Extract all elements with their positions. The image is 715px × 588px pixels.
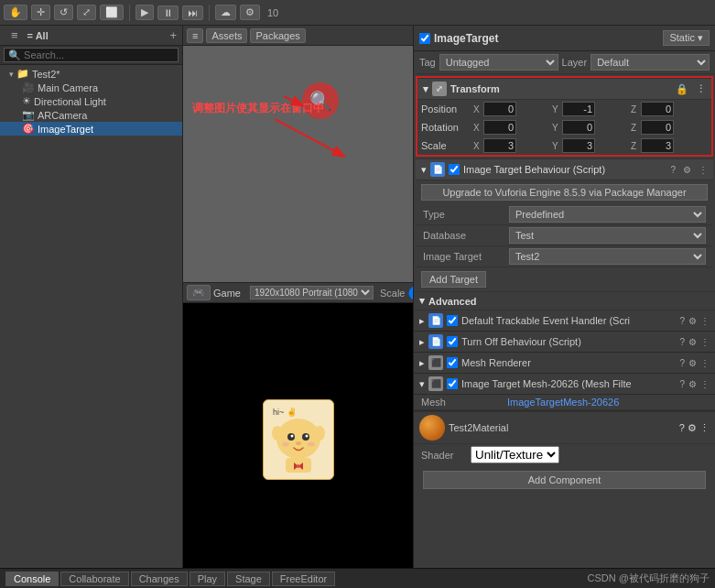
toolbar-scale-btn[interactable]: ⤢ (77, 5, 96, 20)
to-help-icon[interactable]: ? (679, 337, 685, 347)
dt-menu-icon[interactable]: ⋮ (700, 316, 710, 326)
upgrade-button[interactable]: Upgrade to Vuforia Engine 8.5.9 via Pack… (421, 184, 708, 201)
rotation-y-item: Y (552, 120, 629, 135)
turnoff-checkbox[interactable] (447, 336, 458, 347)
dt-gear-icon[interactable]: ⚙ (688, 316, 697, 326)
scale-z-input[interactable] (641, 138, 674, 153)
toolbar-rect-btn[interactable]: ⬜ (100, 5, 124, 20)
hierarchy-menu-icon[interactable]: ≡ (5, 26, 24, 46)
add-component-button[interactable]: Add Component (423, 471, 706, 489)
advanced-header[interactable]: ▾ Advanced (414, 291, 715, 310)
toolbar-play-btn[interactable]: ▶ (135, 5, 154, 20)
dt-help-icon[interactable]: ? (679, 316, 685, 326)
position-y-input[interactable] (562, 102, 595, 116)
hierarchy-item-test2[interactable]: ▾ 📁 Test2* (0, 67, 182, 81)
transform-header[interactable]: ▾ ⤢ Transform 🔒 ⋮ (417, 78, 711, 100)
script-menu-icon[interactable]: ⋮ (699, 165, 708, 175)
hierarchy-add-icon[interactable]: + (169, 28, 177, 42)
transform-arrow-icon: ▾ (423, 83, 428, 95)
tag-select[interactable]: Untagged (439, 54, 558, 71)
toolbar-step-btn[interactable]: ⏭ (182, 5, 203, 20)
im-gear-icon[interactable]: ⚙ (688, 379, 697, 389)
mesh-renderer-checkbox[interactable] (447, 357, 458, 368)
scale-label-tr: Scale (421, 140, 471, 151)
rotation-y-input[interactable] (562, 120, 595, 135)
transform-menu-icon[interactable]: ⋮ (696, 83, 706, 95)
im-menu-icon[interactable]: ⋮ (700, 379, 710, 389)
rotation-z-input[interactable] (641, 120, 674, 135)
rotation-x-input[interactable] (483, 120, 516, 135)
toolbar-settings-btn[interactable]: ⚙ (240, 5, 260, 20)
to-menu-icon[interactable]: ⋮ (700, 337, 710, 347)
hierarchy-item-dir-light[interactable]: ☀ Directional Light (0, 94, 182, 108)
character-svg: hi~ ✌ (264, 400, 333, 479)
default-trackable-actions: ? ⚙ ⋮ (679, 316, 710, 326)
play-tab[interactable]: Play (190, 572, 225, 586)
scene-content[interactable]: 🔍 调整图片使其显示在窗口中 (183, 46, 413, 282)
toolbar-cloud-btn[interactable]: ☁ (215, 5, 236, 20)
mr-gear-icon[interactable]: ⚙ (688, 358, 697, 368)
inspector-title: ImageTarget (434, 32, 659, 45)
shader-select[interactable]: Unlit/Texture (471, 446, 559, 463)
to-gear-icon[interactable]: ⚙ (688, 337, 697, 347)
toolbar-pause-btn[interactable]: ⏸ (157, 5, 179, 20)
script-help-icon[interactable]: ? (670, 165, 676, 175)
image-mesh-checkbox[interactable] (447, 378, 458, 389)
toolbar-hand-btn[interactable]: ✋ (4, 5, 27, 20)
svg-point-13 (282, 441, 289, 446)
scene-assets-btn[interactable]: Assets (206, 28, 247, 43)
scene-arrows-svg (183, 46, 413, 282)
position-z-item: Z (631, 102, 708, 116)
mesh-value[interactable]: ImageTargetMesh-20626 (507, 397, 619, 408)
script-header[interactable]: ▾ 📄 Image Target Behaviour (Script) ? ⚙ … (416, 159, 713, 180)
inspector-active-checkbox[interactable] (419, 33, 430, 44)
mesh-label: Mesh (421, 397, 504, 408)
database-select[interactable]: Test (509, 227, 706, 244)
mr-help-icon[interactable]: ? (679, 358, 685, 368)
position-z-input[interactable] (641, 102, 674, 116)
scale-x-input[interactable] (483, 138, 516, 153)
hierarchy-item-label-camera: Main Camera (38, 82, 98, 93)
scale-y-input[interactable] (562, 138, 595, 153)
hierarchy-item-main-camera[interactable]: 🎥 Main Camera (0, 81, 182, 94)
mat-menu-icon[interactable]: ⋮ (699, 422, 710, 433)
mr-menu-icon[interactable]: ⋮ (700, 358, 710, 368)
im-help-icon[interactable]: ? (679, 379, 685, 389)
hierarchy-item-imagetarget[interactable]: 🎯 ImageTarget (0, 122, 182, 136)
y-axis-label: Y (552, 104, 561, 114)
image-target-label: Image Target (423, 251, 505, 262)
toolbar-rotate-btn[interactable]: ↺ (54, 5, 73, 20)
inspector-content: Tag Untagged Layer Default ▾ ⤢ Transform… (414, 51, 715, 568)
lock-icon: 🔒 (676, 83, 688, 95)
scene-menu-btn[interactable]: ≡ (187, 28, 203, 43)
game-panel: 🎮 Game 1920x1080 Portrait (1080 Scale ⋮ (183, 282, 413, 568)
scene-packages-btn[interactable]: Packages (250, 28, 305, 43)
hierarchy-item-arcamera[interactable]: 📷 ARCamera (0, 108, 182, 122)
add-target-button[interactable]: Add Target (421, 271, 486, 288)
static-dropdown[interactable]: Static ▾ (663, 30, 710, 46)
mat-help-icon[interactable]: ? (679, 422, 685, 433)
type-select[interactable]: Predefined (509, 206, 706, 223)
script-gear-icon[interactable]: ⚙ (683, 165, 691, 175)
hierarchy-panel: ≡ = All + ▾ 📁 Test2* 🎥 Main Camera ☀ Dir… (0, 26, 183, 568)
rotation-label: Rotation (421, 122, 471, 133)
scale-z-item: Z (631, 138, 708, 153)
default-trackable-checkbox[interactable] (447, 315, 458, 326)
hierarchy-search-input[interactable] (4, 48, 179, 62)
database-label: Database (423, 230, 505, 241)
z-axis-label: Z (631, 104, 640, 114)
console-tab[interactable]: Console (5, 572, 59, 586)
resolution-select[interactable]: 1920x1080 Portrait (1080 (250, 286, 374, 299)
toolbar-move-btn[interactable]: ✛ (31, 5, 50, 20)
free-editor-tab[interactable]: FreeEditor (272, 572, 335, 586)
position-x-input[interactable] (483, 102, 516, 116)
script-active-checkbox[interactable] (449, 164, 460, 175)
collaborate-tab[interactable]: Collaborate (60, 572, 128, 586)
changes-tab[interactable]: Changes (131, 572, 188, 586)
image-target-select[interactable]: Test2 (509, 248, 706, 265)
mat-gear-icon[interactable]: ⚙ (688, 422, 697, 433)
layer-select[interactable]: Default (590, 54, 710, 71)
stage-tab[interactable]: Stage (227, 572, 270, 586)
image-mesh-section: ▾ ⬛ Image Target Mesh-20626 (Mesh Filte … (414, 374, 715, 411)
game-tab-btn[interactable]: 🎮 (187, 285, 211, 300)
